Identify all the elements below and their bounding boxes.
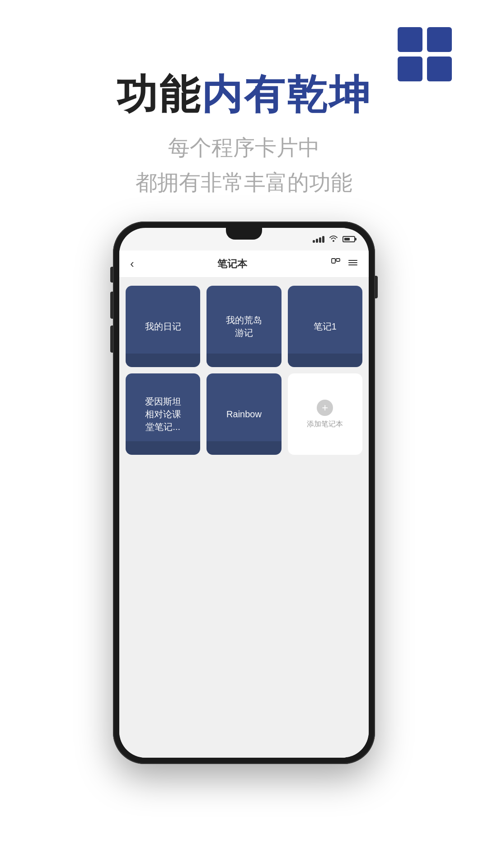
notebook-title-2: 我的荒岛游记	[226, 314, 262, 339]
notebook-card-1[interactable]: 我的日记	[126, 286, 200, 367]
volume-down-button	[110, 326, 113, 353]
svg-rect-1	[336, 259, 340, 261]
phone-screen: ‹ 笔记本	[119, 228, 369, 758]
notebook-title-4: 爱因斯坦相对论课堂笔记...	[145, 395, 181, 433]
back-button[interactable]: ‹	[130, 257, 134, 271]
mute-button	[110, 267, 113, 283]
heading-black: 功能	[117, 72, 202, 117]
subtitle-line1: 每个程序卡片中	[168, 136, 320, 160]
phone-notch	[226, 228, 262, 240]
heading-section: 功能内有乾坤 每个程序卡片中 都拥有非常丰富的功能	[0, 72, 488, 200]
add-notebook-button[interactable]: + 添加笔记本	[288, 373, 362, 455]
phone-outer-frame: ‹ 笔记本	[113, 222, 375, 764]
svg-rect-0	[332, 259, 335, 263]
notebook-card-4[interactable]: 爱因斯坦相对论课堂笔记...	[126, 373, 200, 455]
battery-icon	[343, 236, 355, 242]
notebook-card-5[interactable]: Rainbow	[206, 373, 281, 455]
phone-mockup: ‹ 笔记本	[113, 222, 375, 764]
notebook-title-1: 我的日记	[145, 320, 181, 333]
add-notebook-label: 添加笔记本	[307, 420, 343, 429]
heading-blue: 内有乾坤	[202, 72, 371, 117]
main-heading: 功能内有乾坤	[0, 72, 488, 117]
notebook-title-3: 笔记1	[314, 320, 337, 333]
notebook-card-2[interactable]: 我的荒岛游记	[206, 286, 281, 367]
power-button	[375, 276, 378, 298]
menu-icon[interactable]	[348, 258, 358, 270]
notebook-card-3[interactable]: 笔记1	[288, 286, 362, 367]
wifi-icon	[329, 235, 338, 244]
header-action-icons	[331, 258, 358, 270]
app-title: 笔记本	[217, 257, 247, 271]
subtitle-line2: 都拥有非常丰富的功能	[136, 170, 352, 194]
signal-icon	[313, 236, 324, 243]
volume-up-button	[110, 292, 113, 319]
notebook-title-5: Rainbow	[226, 408, 262, 420]
app-header: ‹ 笔记本	[119, 250, 369, 278]
view-icon[interactable]	[331, 258, 341, 270]
add-icon: +	[317, 400, 333, 416]
notebook-grid: 我的日记 我的荒岛游记 笔记1 爱因斯坦相对论课堂笔记... Rainbow +…	[119, 278, 369, 758]
heading-subtitle: 每个程序卡片中 都拥有非常丰富的功能	[0, 131, 488, 200]
